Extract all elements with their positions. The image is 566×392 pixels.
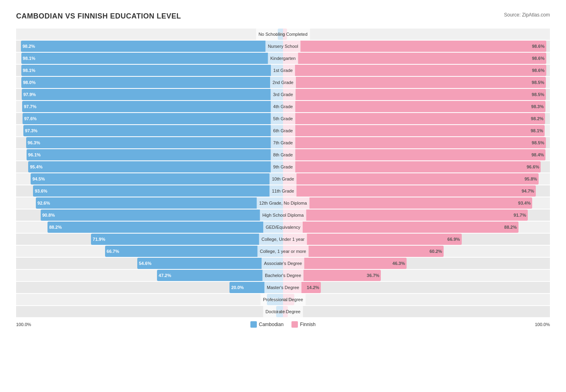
bar-container: 90.8%91.7%High School Diploma bbox=[16, 209, 550, 221]
bar-left: 88.2% bbox=[48, 222, 283, 233]
bar-row: 97.9%98.5%3rd Grade bbox=[16, 89, 550, 100]
bar-container: 96.3%98.5%7th Grade bbox=[16, 137, 550, 148]
chart-header: CAMBODIAN VS FINNISH EDUCATION LEVEL Sou… bbox=[16, 12, 550, 21]
bar-center-label: 9th Grade bbox=[271, 161, 295, 172]
bar-left-value: 97.3% bbox=[25, 128, 37, 133]
bar-left: 96.1% bbox=[27, 149, 283, 160]
bar-right-value: 91.7% bbox=[514, 213, 526, 218]
bar-row: 88.2%88.2%GED/Equivalency bbox=[16, 222, 550, 233]
bar-left: 98.1% bbox=[21, 53, 283, 64]
bar-row: 20.0%14.2%Master's Degree bbox=[16, 282, 550, 293]
bar-row: 54.6%46.3%Associate's Degree bbox=[16, 258, 550, 269]
bar-container: 2.6%1.8%Doctorate Degree bbox=[16, 306, 550, 317]
bar-left: 97.7% bbox=[22, 101, 283, 112]
bar-left: 97.6% bbox=[23, 113, 283, 124]
bar-container: 88.2%88.2%GED/Equivalency bbox=[16, 222, 550, 233]
bar-left-value: 47.2% bbox=[159, 273, 171, 278]
bar-center-label: Associate's Degree bbox=[262, 258, 304, 269]
bar-container: 98.2%98.6%Nursery School bbox=[16, 41, 550, 52]
bar-left-value: 98.2% bbox=[23, 44, 35, 49]
bar-left-value: 94.5% bbox=[32, 177, 45, 181]
bar-right: 98.6% bbox=[283, 65, 546, 76]
bar-left-value: 54.6% bbox=[139, 261, 151, 266]
bar-row: 93.6%94.7%11th Grade bbox=[16, 185, 550, 197]
bar-right: 98.6% bbox=[283, 53, 546, 64]
bar-center-label: College, Under 1 year bbox=[259, 234, 307, 245]
bar-center-label: Kindergarten bbox=[268, 53, 298, 64]
bar-right: 98.5% bbox=[283, 89, 546, 100]
bar-right-value: 96.6% bbox=[527, 164, 539, 169]
bar-container: 97.3%98.1%6th Grade bbox=[16, 125, 550, 136]
bar-right-value: 60.2% bbox=[430, 249, 442, 254]
bar-center-label: GED/Equivalency bbox=[263, 222, 303, 233]
bar-container: 47.2%36.7%Bachelor's Degree bbox=[16, 270, 550, 281]
bar-right: 98.4% bbox=[283, 149, 545, 160]
bar-right: 95.8% bbox=[283, 173, 539, 185]
bar-right-value: 98.6% bbox=[532, 44, 545, 49]
bar-left-value: 71.9% bbox=[93, 237, 105, 242]
legend-color-cambodian bbox=[250, 321, 257, 328]
bar-left: 92.6% bbox=[36, 197, 283, 209]
bar-row: 97.3%98.1%6th Grade bbox=[16, 125, 550, 136]
bar-left: 93.6% bbox=[33, 185, 283, 197]
bar-left-value: 92.6% bbox=[37, 201, 50, 205]
bar-right: 88.2% bbox=[283, 222, 518, 233]
bar-left: 98.2% bbox=[21, 41, 283, 52]
bar-right: 98.3% bbox=[283, 101, 545, 112]
bar-left-value: 98.1% bbox=[23, 68, 35, 73]
bar-row: 98.0%98.5%2nd Grade bbox=[16, 77, 550, 88]
axis-label-left: 100.0% bbox=[16, 322, 31, 327]
bar-center-label: 7th Grade bbox=[271, 137, 295, 148]
bar-left: 90.8% bbox=[41, 209, 283, 221]
bar-right-value: 98.1% bbox=[531, 128, 543, 133]
bar-row: 96.3%98.5%7th Grade bbox=[16, 137, 550, 148]
bar-left: 98.0% bbox=[21, 77, 283, 88]
bar-left-value: 20.0% bbox=[231, 285, 244, 290]
bar-right-value: 98.4% bbox=[531, 152, 544, 157]
bar-right-value: 98.2% bbox=[531, 116, 543, 121]
bar-container: 66.7%60.2%College, 1 year or more bbox=[16, 246, 550, 257]
bar-center-label: 5th Grade bbox=[271, 113, 295, 124]
legend-item-finnish: Finnish bbox=[291, 321, 316, 328]
bar-row: 1.9%1.5%No Schooling Completed bbox=[16, 29, 550, 40]
chart-title: CAMBODIAN VS FINNISH EDUCATION LEVEL bbox=[16, 12, 181, 21]
bar-row: 47.2%36.7%Bachelor's Degree bbox=[16, 270, 550, 281]
legend-item-cambodian: Cambodian bbox=[250, 321, 283, 328]
bar-row: 95.4%96.6%9th Grade bbox=[16, 161, 550, 172]
bar-left-value: 97.9% bbox=[23, 92, 36, 97]
legend-label-cambodian: Cambodian bbox=[259, 322, 283, 327]
bar-left-value: 96.1% bbox=[28, 152, 41, 157]
bar-row: 2.6%1.8%Doctorate Degree bbox=[16, 306, 550, 317]
bar-center-label: Bachelor's Degree bbox=[262, 270, 304, 281]
bar-container: 96.1%98.4%8th Grade bbox=[16, 149, 550, 160]
bar-container: 1.9%1.5%No Schooling Completed bbox=[16, 29, 550, 40]
bar-right: 98.1% bbox=[283, 125, 545, 136]
bar-left: 94.5% bbox=[31, 173, 283, 185]
bar-left: 97.9% bbox=[22, 89, 283, 100]
bar-right-value: 36.7% bbox=[367, 273, 379, 278]
bar-container: 97.6%98.2%5th Grade bbox=[16, 113, 550, 124]
bar-row: 94.5%95.8%10th Grade bbox=[16, 173, 550, 185]
bar-left-value: 90.8% bbox=[42, 213, 55, 218]
bar-container: 6.0%4.2%Professional Degree bbox=[16, 294, 550, 305]
bar-left-value: 66.7% bbox=[107, 249, 119, 254]
bar-left-value: 98.1% bbox=[23, 56, 35, 61]
bar-container: 20.0%14.2%Master's Degree bbox=[16, 282, 550, 293]
bar-left-value: 98.0% bbox=[23, 80, 35, 85]
bar-center-label: High School Diploma bbox=[260, 209, 306, 221]
bar-center-label: Professional Degree bbox=[260, 294, 306, 305]
bar-left: 66.7% bbox=[105, 246, 283, 257]
bar-row: 96.1%98.4%8th Grade bbox=[16, 149, 550, 160]
bar-left-value: 96.3% bbox=[28, 140, 40, 145]
bar-center-label: 10th Grade bbox=[269, 173, 296, 185]
bar-container: 94.5%95.8%10th Grade bbox=[16, 173, 550, 185]
bar-left-value: 93.6% bbox=[35, 189, 47, 193]
bar-left: 95.4% bbox=[28, 161, 283, 172]
bar-right: 98.5% bbox=[283, 137, 546, 148]
bar-center-label: College, 1 year or more bbox=[258, 246, 309, 257]
bar-right: 98.2% bbox=[283, 113, 545, 124]
bar-right-value: 98.3% bbox=[531, 104, 544, 109]
bar-left: 98.1% bbox=[21, 65, 283, 76]
bar-row: 66.7%60.2%College, 1 year or more bbox=[16, 246, 550, 257]
bar-container: 93.6%94.7%11th Grade bbox=[16, 185, 550, 197]
